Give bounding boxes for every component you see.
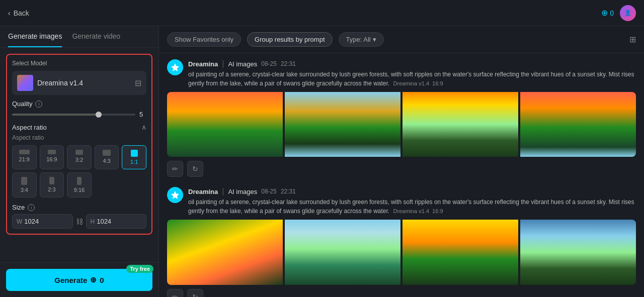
ratio-tag: 16:9: [432, 79, 443, 88]
aspect-ratio-title: Aspect ratio: [12, 124, 47, 131]
aspect-2-3[interactable]: 2:3: [40, 172, 64, 197]
quality-value: 5: [139, 111, 146, 118]
result-item: Dreamina | AI images 08-25 22:31 oil pai…: [167, 59, 636, 177]
result-header: Dreamina | AI images 08-25 22:31 oil pai…: [167, 59, 636, 88]
result-avatar-2: [167, 187, 183, 203]
group-results-btn[interactable]: Group results by prompt: [247, 32, 332, 47]
link-icon[interactable]: ⛓: [76, 218, 83, 226]
result-image-2-3[interactable]: [403, 220, 518, 284]
type-dropdown[interactable]: Type: All ▾: [339, 32, 384, 47]
result-prompt-2: oil painting of a serene, crystal-clear …: [188, 197, 636, 216]
refresh-btn-2[interactable]: ↻: [187, 289, 203, 297]
result-actions-2: ✏ ↻: [167, 289, 636, 297]
size-info-icon[interactable]: i: [28, 204, 35, 211]
credit-icon: ⊕: [601, 8, 608, 18]
model-thumbnail: [17, 75, 33, 91]
result-item-2: Dreamina | AI images 08-25 22:31 oil pai…: [167, 187, 636, 297]
result-image-1-3[interactable]: [403, 92, 518, 157]
sidebar-tabs: Generate images Generate video: [0, 26, 158, 48]
credit-badge: ⊕ 0: [601, 8, 614, 18]
edit-icon: ✏: [172, 165, 178, 173]
slider-fill: [12, 114, 99, 116]
quality-row: Quality i: [12, 100, 146, 108]
model-tag: Dreamina v1.4: [393, 79, 430, 88]
result-tags: Dreamina v1.4 16:9: [393, 79, 443, 88]
topbar: ‹ Back ⊕ 0 👤: [0, 0, 644, 26]
credit-count: 0: [610, 9, 614, 17]
width-label: W: [17, 218, 22, 225]
aspect-9-16[interactable]: 9:16: [67, 172, 92, 197]
result-image-1-2[interactable]: [285, 92, 400, 157]
generate-button[interactable]: Generate ⊕ 0 Try free: [6, 269, 152, 291]
aspect-1-1[interactable]: 1:1: [122, 145, 146, 169]
result-meta-2: Dreamina | AI images 08-25 22:31 oil pai…: [188, 187, 636, 216]
edit-btn-2[interactable]: ✏: [167, 289, 183, 297]
aspect-grid-row2: 3:4 2:3 9:16: [12, 172, 146, 197]
result-prompt: oil painting of a serene, crystal-clear …: [188, 70, 636, 88]
main-layout: Generate images Generate video Select Mo…: [0, 26, 644, 297]
generate-label: Generate: [54, 276, 87, 284]
width-value: 1024: [24, 218, 39, 225]
tab-generate-images[interactable]: Generate images: [8, 26, 62, 47]
aspect-21-9[interactable]: 21:9: [12, 145, 37, 169]
aspect-3-4[interactable]: 3:4: [12, 172, 37, 197]
model-name: Dreamina v1.4: [37, 79, 83, 87]
result-image-2-4[interactable]: [520, 220, 636, 284]
collapse-icon[interactable]: ∧: [141, 123, 146, 131]
result-type-2: AI images: [228, 188, 257, 195]
refresh-btn-1[interactable]: ↻: [187, 161, 203, 177]
tab-generate-video[interactable]: Generate video: [72, 26, 120, 47]
aspect-ratio-header: Aspect ratio ∧: [12, 123, 146, 131]
result-tags-2: Dreamina v1.4 16:9: [393, 207, 443, 216]
result-separator: |: [222, 59, 224, 68]
aspect-16-9[interactable]: 16:9: [40, 145, 64, 169]
result-date: 08-25: [261, 60, 277, 67]
slider-thumb: [96, 112, 102, 118]
ratio-tag-2: 16:9: [432, 207, 443, 216]
grid-view-btn[interactable]: ⊞: [629, 35, 636, 44]
back-button[interactable]: ‹ Back: [8, 9, 29, 17]
aspect-3-2[interactable]: 3:2: [67, 145, 92, 169]
result-date-2: 08-25: [261, 188, 277, 195]
avatar[interactable]: 👤: [620, 5, 636, 21]
result-image-1-1[interactable]: [167, 92, 283, 157]
sidebar: Generate images Generate video Select Mo…: [0, 26, 159, 297]
toolbar-left: Show Favorites only Group results by pro…: [167, 32, 384, 47]
model-tag-2: Dreamina v1.4: [393, 207, 430, 216]
model-filter-icon: ⊟: [135, 78, 141, 88]
model-selector[interactable]: Dreamina v1.4 ⊟: [12, 71, 146, 95]
height-value: 1024: [97, 218, 111, 225]
aspect-4-3[interactable]: 4:3: [95, 145, 119, 169]
try-free-badge: Try free: [126, 265, 153, 273]
result-image-1-4[interactable]: [520, 92, 636, 157]
refresh-icon: ↻: [192, 165, 198, 173]
height-input-group[interactable]: H 1024: [86, 214, 147, 229]
height-label: H: [91, 218, 95, 225]
edit-btn-1[interactable]: ✏: [167, 161, 183, 177]
model-section: Select Model Dreamina v1.4 ⊟ Quality i: [6, 54, 152, 235]
quality-slider-row: 5: [12, 111, 146, 118]
show-favorites-btn[interactable]: Show Favorites only: [167, 32, 241, 47]
content-toolbar: Show Favorites only Group results by pro…: [159, 26, 644, 53]
content-area: Show Favorites only Group results by pro…: [159, 26, 644, 297]
grid-icon: ⊞: [629, 35, 636, 44]
result-time-2: 22:31: [281, 188, 296, 195]
result-avatar: [167, 59, 183, 75]
quality-info-icon[interactable]: i: [35, 101, 42, 108]
edit-icon-2: ✏: [172, 293, 178, 297]
refresh-icon-2: ↻: [192, 293, 198, 297]
result-image-2-1[interactable]: [167, 220, 283, 284]
select-model-label: Select Model: [12, 60, 146, 67]
model-thumb-img: [17, 75, 33, 91]
avatar-text: 👤: [624, 10, 631, 16]
quality-label: Quality: [12, 100, 32, 108]
quality-slider[interactable]: [12, 114, 135, 116]
size-label: Size: [12, 204, 25, 211]
result-image-2-2[interactable]: [285, 220, 400, 284]
sidebar-content: Select Model Dreamina v1.4 ⊟ Quality i: [0, 48, 158, 262]
content-scroll[interactable]: Dreamina | AI images 08-25 22:31 oil pai…: [159, 53, 644, 297]
result-meta: Dreamina | AI images 08-25 22:31 oil pai…: [188, 59, 636, 88]
type-dropdown-chevron: ▾: [373, 36, 376, 43]
width-input-group[interactable]: W 1024: [12, 214, 73, 229]
aspect-ratio-sublabel: Aspect ratio: [12, 134, 146, 141]
